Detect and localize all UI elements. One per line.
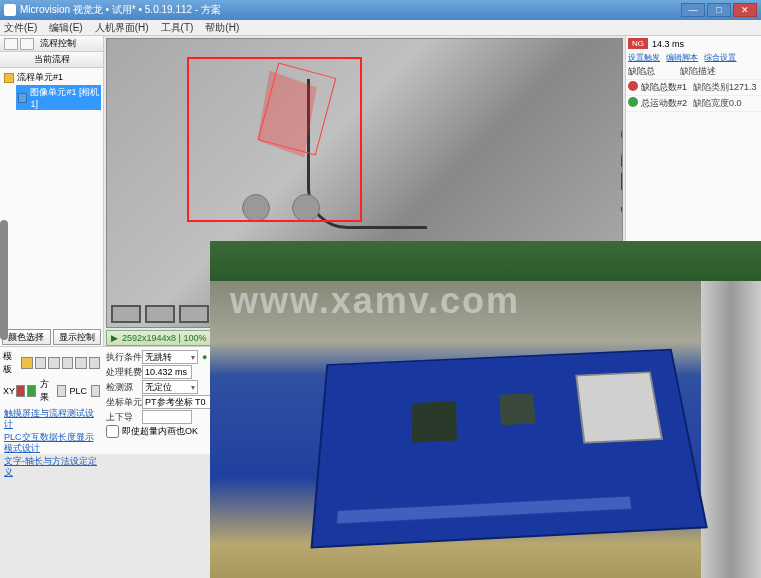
help-link-1[interactable]: 触摸屏连与流程测试设计 <box>4 407 100 431</box>
p-time-label: 处理耗费 <box>106 366 142 379</box>
template-label: 模板 <box>3 350 20 376</box>
menu-edit[interactable]: 编辑(E) <box>49 21 82 35</box>
result-1-val: 缺陷类别1271.3 <box>693 81 757 94</box>
dimm-slots <box>336 496 632 525</box>
panel-btn-1[interactable] <box>4 38 18 50</box>
xy-chip-2[interactable] <box>27 385 36 397</box>
p-src-label: 检测源 <box>106 381 142 394</box>
overrange-ok-checkbox[interactable] <box>106 425 119 438</box>
window-title: Microvision 视觉龙 • 试用* • 5.0.19.112 - 方案 <box>20 3 221 17</box>
result-h-key: 缺陷总 <box>628 65 680 78</box>
menu-help[interactable]: 帮助(H) <box>205 21 239 35</box>
xy-chip-1[interactable] <box>16 385 25 397</box>
tree-image-label: 图像单元#1 [相机1] <box>30 86 101 109</box>
app-icon <box>4 4 16 16</box>
p-src-combo[interactable]: 无定位 <box>142 380 198 394</box>
ok-icon <box>628 97 638 107</box>
flow-panel-header: 流程控制 <box>0 36 103 52</box>
left-bottom-buttons: 颜色选择 显示控制 <box>0 328 103 346</box>
chipset-2 <box>499 393 535 425</box>
current-flow-label: 当前流程 <box>0 52 103 68</box>
p-exec-label: 执行条件 <box>106 351 142 364</box>
tree-flow-label: 流程单元#1 <box>17 71 63 84</box>
panel-btn-2[interactable] <box>20 38 34 50</box>
help-link-3[interactable]: 文字-轴长与方法设定定义 <box>4 455 100 479</box>
general-settings-link[interactable]: 综合设置 <box>704 53 736 62</box>
error-icon <box>628 81 638 91</box>
rail-right <box>701 281 761 578</box>
right-links: 设置触发 编辑脚本 综合设置 <box>626 51 761 64</box>
color-chip-6[interactable] <box>89 357 100 369</box>
result-1-key: 缺陷总数#1 <box>641 81 693 94</box>
flow-tree: 流程单元#1 图像单元#1 [相机1] <box>0 68 103 112</box>
p-time-val: 10.432 ms <box>142 365 192 379</box>
set-trigger-link[interactable]: 设置触发 <box>628 53 660 62</box>
overrange-ok-label: 即使超量内画也OK <box>122 425 198 438</box>
p-updown-val[interactable] <box>142 410 192 424</box>
fg-chip[interactable] <box>57 385 66 397</box>
flow-panel-title: 流程控制 <box>40 37 76 50</box>
color-chip-1[interactable] <box>21 357 32 369</box>
pcb-silk-text: LED6 <box>614 124 623 214</box>
result-row-2[interactable]: 总运动数#2 缺陷宽度0.0 <box>626 96 761 112</box>
cpu-socket <box>575 371 663 443</box>
p-updown-label: 上下导 <box>106 411 142 424</box>
plc-chip[interactable] <box>91 385 100 397</box>
machine-edge <box>0 220 8 340</box>
help-links: 触摸屏连与流程测试设计 PLC交互数据长度显示模式设计 文字-轴长与方法设定定义 <box>2 405 102 481</box>
hardware-photo <box>210 241 761 578</box>
menubar: 文件(E) 编辑(E) 人机界面(H) 工具(T) 帮助(H) <box>0 20 761 36</box>
result-header-row: 缺陷总 缺陷描述 <box>626 64 761 80</box>
tree-image-unit[interactable]: 图像单元#1 [相机1] <box>16 85 101 110</box>
current-flow-text: 当前流程 <box>34 53 70 66</box>
color-chip-3[interactable] <box>48 357 59 369</box>
ng-badge: NG <box>628 38 648 49</box>
result-2-val: 缺陷宽度0.0 <box>693 97 742 110</box>
color-chip-5[interactable] <box>75 357 86 369</box>
folder-icon <box>4 73 14 83</box>
flow-panel: 流程控制 当前流程 流程单元#1 图像单元#1 [相机1] 颜色选择 显示控制 <box>0 36 104 346</box>
result-2-key: 总运动数#2 <box>641 97 693 110</box>
maximize-button[interactable]: □ <box>707 3 731 17</box>
fangguo-label: 方果 <box>40 378 53 404</box>
color-chip-4[interactable] <box>62 357 73 369</box>
xy-label: XY <box>3 386 15 396</box>
timing-row: NG 14.3 ms <box>626 36 761 51</box>
display-ctrl-button[interactable]: 显示控制 <box>53 329 102 345</box>
p-coord-label: 坐标单元 <box>106 396 142 409</box>
motherboard <box>310 349 707 549</box>
chipset-1 <box>412 401 457 443</box>
close-button[interactable]: ✕ <box>733 3 757 17</box>
help-link-2[interactable]: PLC交互数据长度显示模式设计 <box>4 431 100 455</box>
color-select-button[interactable]: 颜色选择 <box>2 329 51 345</box>
result-h-val: 缺陷描述 <box>680 65 716 78</box>
bottom-left-column: 模板 XY 方果 PLC 触摸屏连与流程测试设计 PLC交互数据长度显示模式设计… <box>0 347 104 454</box>
plc-label: PLC <box>70 386 88 396</box>
result-row-1[interactable]: 缺陷总数#1 缺陷类别1271.3 <box>626 80 761 96</box>
zoom-info: 2592x1944x8 | 100% <box>122 333 206 343</box>
minimize-button[interactable]: — <box>681 3 705 17</box>
titlebar: Microvision 视觉龙 • 试用* • 5.0.19.112 - 方案 … <box>0 0 761 20</box>
play-icon[interactable]: ▶ <box>111 333 118 343</box>
p-exec-combo[interactable]: 无跳转 <box>142 350 198 364</box>
color-chip-2[interactable] <box>35 357 46 369</box>
camera-icon <box>18 93 27 103</box>
edit-script-link[interactable]: 编辑脚本 <box>666 53 698 62</box>
tree-flow-unit[interactable]: 流程单元#1 <box>2 70 101 85</box>
timing-value: 14.3 ms <box>652 39 684 49</box>
menu-file[interactable]: 文件(E) <box>4 21 37 35</box>
menu-tools[interactable]: 工具(T) <box>161 21 194 35</box>
menu-hmi[interactable]: 人机界面(H) <box>95 21 149 35</box>
